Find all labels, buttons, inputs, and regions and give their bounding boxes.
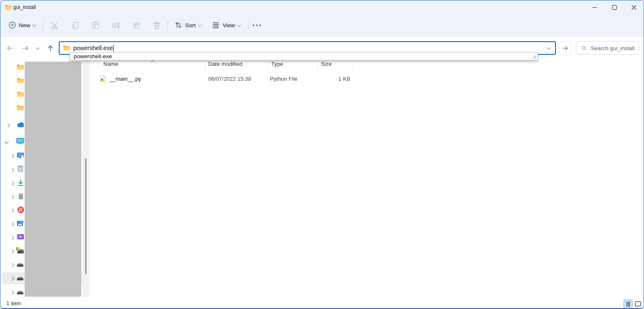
up-icon <box>46 44 54 52</box>
large-icons-view-button[interactable] <box>633 300 642 308</box>
cut-icon <box>50 21 59 30</box>
view-button[interactable]: View <box>209 17 243 33</box>
cut-button[interactable] <box>46 17 63 33</box>
sort-icon <box>174 21 183 29</box>
address-dropdown-button[interactable] <box>542 42 555 54</box>
statusbar-separator <box>25 301 26 307</box>
python-file-icon <box>100 75 106 84</box>
videos-icon <box>17 234 24 241</box>
new-button[interactable]: New <box>6 17 38 33</box>
resize-grip[interactable] <box>535 58 536 59</box>
desktop-icon <box>17 152 24 160</box>
search-icon <box>581 45 587 51</box>
view-button-label: View <box>223 22 235 28</box>
chevron-right-icon[interactable] <box>10 208 14 213</box>
toolbar-separator <box>167 20 168 30</box>
folder-icon <box>63 45 70 51</box>
file-name[interactable]: __main__.py <box>109 74 141 85</box>
chevron-right-icon[interactable] <box>10 290 14 295</box>
this-pc-icon <box>16 138 24 146</box>
file-explorer-window: gui_install New Sort View <box>0 0 644 309</box>
share-icon <box>132 21 141 30</box>
view-icon <box>212 21 220 29</box>
scrollbar-thumb[interactable] <box>85 159 86 274</box>
text-cursor <box>113 45 114 52</box>
share-button[interactable] <box>128 17 145 33</box>
up-button[interactable] <box>44 41 56 55</box>
toolbar-separator <box>249 20 249 30</box>
chevron-down-icon <box>32 23 37 27</box>
chevron-right-icon[interactable] <box>6 123 10 128</box>
chevron-right-icon[interactable] <box>10 195 14 199</box>
window-title: gui_install <box>13 0 36 14</box>
more-options-button[interactable] <box>251 17 263 33</box>
new-button-label: New <box>19 22 30 28</box>
minimize-button[interactable] <box>585 0 604 14</box>
close-button[interactable] <box>624 0 644 14</box>
chevron-right-icon[interactable] <box>10 249 14 253</box>
folder-icon <box>17 77 24 85</box>
pictures-icon <box>17 220 24 228</box>
address-suggestion-dropdown: powershell.exe <box>70 52 538 60</box>
column-divider[interactable] <box>268 62 268 70</box>
chevron-right-icon[interactable] <box>10 181 14 185</box>
chevron-right-icon[interactable] <box>10 222 14 226</box>
column-header-type[interactable]: Type <box>271 61 283 67</box>
delete-button[interactable] <box>148 17 165 33</box>
item-count: 1 item <box>6 299 21 309</box>
folder-icon <box>17 64 24 72</box>
file-size: 1 KB <box>308 74 350 85</box>
back-icon <box>6 44 14 52</box>
rename-button[interactable] <box>107 17 124 33</box>
drive-icon <box>17 275 24 282</box>
new-plus-icon <box>9 21 16 29</box>
chevron-right-icon[interactable] <box>10 276 14 281</box>
column-header-name[interactable]: Name <box>103 61 118 67</box>
chevron-right-icon[interactable] <box>10 167 14 172</box>
column-divider[interactable] <box>205 62 205 70</box>
device-icon <box>18 193 23 201</box>
chevron-down-icon <box>197 23 202 27</box>
details-view-button[interactable] <box>624 300 633 308</box>
file-type: Python File <box>270 74 298 85</box>
drive-icon <box>17 261 24 269</box>
windows-drive-icon <box>16 247 24 255</box>
chevron-right-icon[interactable] <box>10 235 14 240</box>
go-button[interactable] <box>558 41 571 55</box>
delete-icon <box>152 21 161 30</box>
minimize-icon <box>592 7 597 8</box>
chevron-right-icon[interactable] <box>10 154 14 158</box>
sidebar-scrollbar[interactable] <box>82 58 89 297</box>
column-divider[interactable] <box>318 62 318 70</box>
recent-locations-button[interactable] <box>33 41 42 55</box>
maximize-icon <box>612 5 617 10</box>
downloads-icon <box>17 179 24 188</box>
column-header-date-modified[interactable]: Date modified <box>208 61 242 67</box>
status-bar: 1 item <box>0 299 644 309</box>
sort-button-label: Sort <box>185 22 196 28</box>
copy-button[interactable] <box>66 17 83 33</box>
column-header-size[interactable]: Size <box>321 61 332 67</box>
details-view-icon <box>626 301 631 306</box>
search-input[interactable] <box>590 45 638 52</box>
file-date-modified: 06/07/2022 15:38 <box>208 74 251 85</box>
suggestion-item[interactable]: powershell.exe <box>70 53 538 60</box>
sort-button[interactable]: Sort <box>171 17 205 33</box>
address-input-value[interactable]: powershell.exe <box>73 45 113 51</box>
recent-locations-icon <box>35 45 40 50</box>
maximize-button[interactable] <box>604 0 624 14</box>
back-button[interactable] <box>4 41 16 55</box>
paste-button[interactable] <box>87 17 104 33</box>
large-icons-view-icon <box>635 301 641 306</box>
documents-icon <box>17 165 23 174</box>
folder-icon <box>17 91 24 99</box>
more-options-icon <box>253 25 261 26</box>
search-box[interactable] <box>576 41 639 55</box>
chevron-right-icon[interactable] <box>10 263 14 267</box>
chevron-down-icon[interactable] <box>5 139 9 144</box>
copy-icon <box>71 21 80 30</box>
drive-icon <box>17 289 24 296</box>
column-divider[interactable] <box>352 62 353 70</box>
forward-button[interactable] <box>19 41 31 55</box>
close-icon <box>632 5 636 10</box>
